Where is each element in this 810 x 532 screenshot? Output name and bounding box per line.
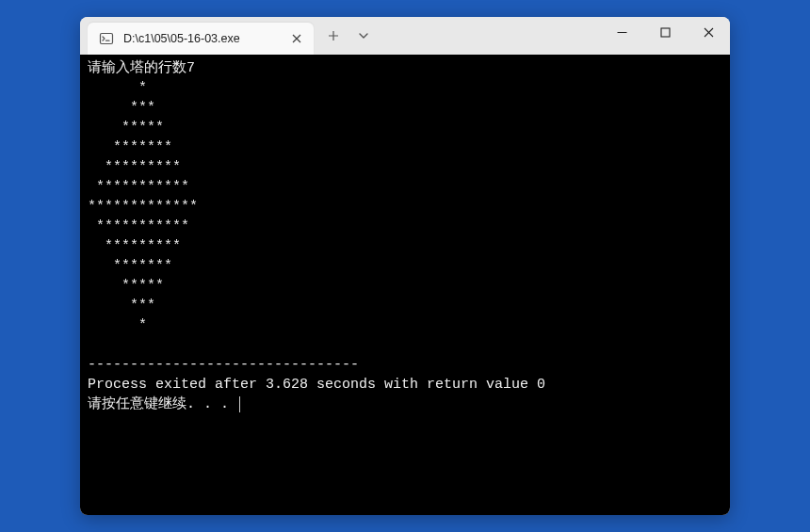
pattern-line: ***** (88, 120, 164, 136)
window-controls (600, 17, 730, 55)
pattern-line: *** (88, 298, 155, 314)
maximize-button[interactable] (643, 17, 687, 47)
terminal-window: D:\c1\05\05-16-03.exe (80, 17, 730, 515)
pattern-line: ******* (88, 139, 172, 155)
new-tab-button[interactable] (319, 22, 348, 50)
tabs-area: D:\c1\05\05-16-03.exe (80, 17, 600, 55)
prompt-label: 请输入塔的行数 (88, 60, 186, 76)
pattern-line: *********** (88, 218, 189, 234)
pattern-line: * (88, 317, 147, 333)
pattern-line: ***** (88, 278, 164, 294)
pattern-line: *** (88, 100, 155, 116)
close-tab-icon[interactable] (289, 31, 304, 46)
svg-rect-7 (661, 28, 670, 37)
pattern-line: ******* (88, 258, 172, 274)
tab-dropdown-button[interactable] (349, 22, 378, 50)
pattern-line: ********* (88, 238, 181, 254)
svg-rect-0 (101, 34, 113, 44)
pattern-line: ********* (88, 159, 181, 175)
tab-title: D:\c1\05\05-16-03.exe (123, 32, 280, 45)
cursor (239, 396, 240, 412)
pattern-line: ************* (88, 199, 198, 215)
prompt-value: 7 (186, 60, 195, 76)
close-button[interactable] (687, 17, 730, 47)
minimize-button[interactable] (600, 17, 643, 47)
terminal-icon (99, 31, 114, 46)
tab-active[interactable]: D:\c1\05\05-16-03.exe (88, 23, 314, 55)
pattern-line: *********** (88, 179, 189, 195)
pattern-line: * (88, 80, 147, 96)
titlebar: D:\c1\05\05-16-03.exe (80, 17, 730, 55)
continue-prompt: 请按任意键继续. . . (88, 396, 237, 412)
terminal-output[interactable]: 请输入塔的行数7 * *** ***** ******* ********* *… (80, 55, 730, 515)
separator-line: -------------------------------- (88, 357, 359, 373)
exit-status-line: Process exited after 3.628 seconds with … (88, 377, 545, 393)
